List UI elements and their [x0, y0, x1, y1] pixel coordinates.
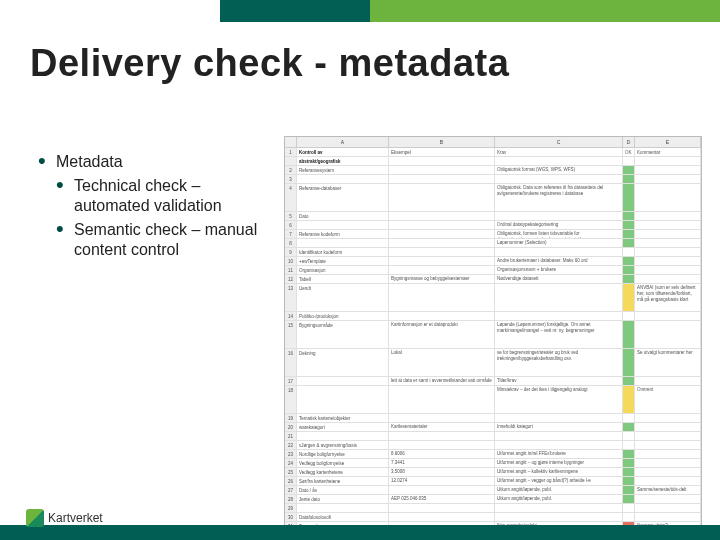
spreadsheet-row: 8Løpenummer (Selection) [285, 239, 701, 248]
spreadsheet-row: 18Minstekrav – der det ikes i tilgjengel… [285, 386, 701, 414]
spreadsheet-row: 17lett at data er samt i avvennetilstand… [285, 377, 701, 386]
spreadsheet-row: 5Dato [285, 212, 701, 221]
spreadsheet-row: 13UendtANVBAI (som er selv definert her,… [285, 284, 701, 312]
spreadsheet-row: 28Jente datoAEP 025.046.035Utkom angitt/… [285, 495, 701, 504]
spreadsheet-row: 7Referanse kodeformObligatorisk, formen … [285, 230, 701, 239]
bullet-icon: • [56, 176, 74, 216]
spreadsheet-row: 4Referanse-databaserObligatorisk. Data s… [285, 184, 701, 212]
bullet-icon: • [38, 152, 56, 172]
spreadsheet-row: 23Nordlige boligfornyelse8.6006Utformet … [285, 450, 701, 459]
spreadsheet-row: 15BygningsområdeKartinformasjon er et da… [285, 321, 701, 349]
page-title: Delivery check - metadata [30, 42, 509, 85]
spreadsheet-column-headers: A B C D E [285, 137, 701, 148]
spreadsheet-row: 9Identifikator kodeform [285, 248, 701, 257]
org-logo: Kartverket [26, 509, 103, 527]
spreadsheet-row: 11OrganisasjonOrganisasjonsnavn + bruker… [285, 266, 701, 275]
spreadsheet-row: 25Vedlegg kartenhetene3.5008Utformet ang… [285, 468, 701, 477]
spreadsheet-row: 24Vedlegg boligfornyelse7.3441Utformet a… [285, 459, 701, 468]
spreadsheet-row: 27Dato / åsUtkom angitt/løpende, publ.Sa… [285, 486, 701, 495]
spreadsheet-row: 20warekategoriKartlesematerialerInnehold… [285, 423, 701, 432]
bullet-lvl2b: Semantic check – manual content control [74, 220, 268, 260]
spreadsheet-header-row: 1 Kontroll av Eksempel Krav OK Kommentar [285, 148, 701, 157]
spreadsheet-row: 14Publiko-/produksjon [285, 312, 701, 321]
spreadsheet-row: 16DekningLokalse for begrensninger/areal… [285, 349, 701, 377]
spreadsheet-row: 21 [285, 432, 701, 441]
spreadsheet-subheader-row: abstrakt/geografisk [285, 157, 701, 166]
spreadsheet-row: 12TabellBygningsmasse og bebyggelsestema… [285, 275, 701, 284]
bullet-lvl2a: Technical check – automated validation [74, 176, 268, 216]
spreadsheet-row: 26Sør/fra kartenhetene12.0274Utformet an… [285, 477, 701, 486]
bullet-lvl1: Metadata [56, 152, 268, 172]
spreadsheet-row: 19Tematisk kartene/objekter [285, 414, 701, 423]
spreadsheet-row: 2ReferansesystemObligatorisk format (WGS… [285, 166, 701, 175]
spreadsheet-row: 10+ewTemplateAndre brukertemaer i databa… [285, 257, 701, 266]
spreadsheet-preview: A B C D E 1 Kontroll av Eksempel Krav OK… [284, 136, 702, 540]
spreadsheet-row: 22vJørgen & avgrensning/basis [285, 441, 701, 450]
footer: Kartverket [0, 508, 720, 540]
spreadsheet-row: 6Ordinal datatypekategorisering [285, 221, 701, 230]
org-name: Kartverket [48, 511, 103, 525]
spreadsheet-row: 3 [285, 175, 701, 184]
bullet-icon: • [56, 220, 74, 260]
bullet-list: • Metadata • Technical check – automated… [38, 152, 268, 260]
logo-mark-icon [26, 509, 44, 527]
top-accent-bar [0, 0, 720, 22]
